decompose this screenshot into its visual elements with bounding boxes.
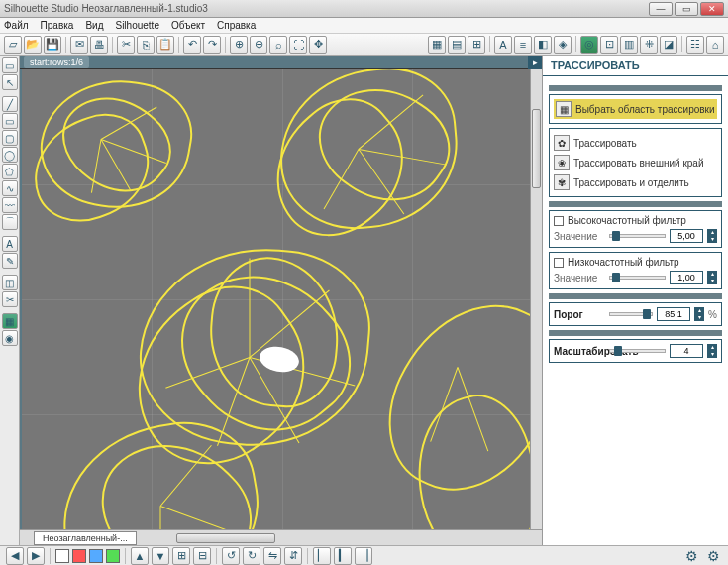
zoom-out-icon[interactable]: ⊖ xyxy=(250,36,267,54)
hp-value-input[interactable] xyxy=(670,229,703,243)
scale-spinner[interactable]: ▴▾ xyxy=(707,344,717,358)
store-icon[interactable]: ⌂ xyxy=(706,36,724,54)
lowpass-checkbox[interactable] xyxy=(554,258,564,268)
align-center-icon[interactable]: ▎ xyxy=(334,547,352,565)
paste-icon[interactable]: 📋 xyxy=(156,36,174,54)
maximize-button[interactable]: ▭ xyxy=(675,2,698,16)
menu-edit[interactable]: Правка xyxy=(41,20,74,31)
new-icon[interactable]: ▱ xyxy=(4,36,22,54)
design-canvas[interactable] xyxy=(22,69,542,529)
align-left-icon[interactable]: ▏ xyxy=(313,547,331,565)
arrow-left-icon[interactable]: ◀ xyxy=(6,547,24,565)
library-icon[interactable]: ☷ xyxy=(686,36,704,54)
bring-front-icon[interactable]: ▲ xyxy=(131,547,149,565)
save-icon[interactable]: 💾 xyxy=(44,36,61,54)
arc-tool-icon[interactable]: ⌒ xyxy=(2,214,18,230)
note-tool-icon[interactable]: ✎ xyxy=(2,253,18,269)
threshold-spinner[interactable]: ▴▾ xyxy=(694,307,704,321)
offset-icon[interactable]: ⊡ xyxy=(600,36,618,54)
preferences-icon[interactable]: ⚙ xyxy=(704,547,722,565)
redo-icon[interactable]: ↷ xyxy=(203,36,221,54)
color-green-swatch[interactable] xyxy=(106,549,120,563)
line-style-icon[interactable]: ≡ xyxy=(514,36,532,54)
pan-icon[interactable]: ✥ xyxy=(309,36,327,54)
line-tool-icon[interactable]: ╱ xyxy=(2,96,18,112)
send-icon[interactable]: ✉ xyxy=(70,36,88,54)
grid-icon[interactable]: ▤ xyxy=(448,36,466,54)
cut-icon[interactable]: ✂ xyxy=(117,36,135,54)
lp-value-input[interactable] xyxy=(670,271,703,284)
trace-button[interactable]: ✿ Трассировать xyxy=(554,133,717,153)
scale-input[interactable] xyxy=(670,344,703,358)
lp-slider[interactable] xyxy=(609,276,666,280)
eraser-tool-icon[interactable]: ◫ xyxy=(2,275,18,290)
scrollbar-thumb-v[interactable] xyxy=(532,109,541,188)
freehand-tool-icon[interactable]: 〰 xyxy=(2,197,18,213)
modify-icon[interactable]: ◪ xyxy=(660,36,677,54)
registration-icon[interactable]: ⊞ xyxy=(468,36,485,54)
rotate-right-icon[interactable]: ↻ xyxy=(243,547,260,565)
print-icon[interactable]: 🖶 xyxy=(90,36,108,54)
polygon-tool-icon[interactable]: ⬠ xyxy=(2,164,18,179)
left-toolbar: ▭ ↖ ╱ ▭ ▢ ◯ ⬠ ∿ 〰 ⌒ A ✎ ◫ ✂ ▦ ◉ xyxy=(0,56,20,545)
text-tool-icon[interactable]: A xyxy=(2,236,18,252)
page-setup-icon[interactable]: ▦ xyxy=(428,36,446,54)
zoom-select-icon[interactable]: ⌕ xyxy=(269,36,287,54)
hp-spinner[interactable]: ▴▾ xyxy=(707,229,717,243)
menu-help[interactable]: Справка xyxy=(217,20,256,31)
color-red-swatch[interactable] xyxy=(72,549,86,563)
undo-icon[interactable]: ↶ xyxy=(183,36,201,54)
open-icon[interactable]: 📂 xyxy=(24,36,42,54)
fill-icon[interactable]: ◧ xyxy=(534,36,552,54)
zoom-fit-icon[interactable]: ⛶ xyxy=(289,36,307,54)
document-tab[interactable]: Неозаглавленный-... xyxy=(34,531,137,545)
highpass-checkbox[interactable] xyxy=(554,216,564,226)
rectangle-tool-icon[interactable]: ▭ xyxy=(2,113,18,129)
threshold-input[interactable] xyxy=(657,307,690,321)
mirror-v-icon[interactable]: ⇵ xyxy=(284,547,302,565)
ellipse-tool-icon[interactable]: ◯ xyxy=(2,147,18,163)
arrow-right-icon[interactable]: ▶ xyxy=(27,547,45,565)
mirror-h-icon[interactable]: ⇋ xyxy=(263,547,281,565)
ruler-info: start:rows:1/6 xyxy=(24,56,89,68)
fill-swatch[interactable] xyxy=(55,549,69,563)
zoom-in-icon[interactable]: ⊕ xyxy=(230,36,248,54)
minimize-button[interactable]: — xyxy=(649,2,673,16)
window-titlebar: Silhouette Studio Неозаглавленный-1.stud… xyxy=(0,0,728,18)
trace-outer-button[interactable]: ❀ Трассировать внешний край xyxy=(554,153,717,172)
ungroup-icon[interactable]: ⊟ xyxy=(193,547,211,565)
store-tool-icon[interactable]: ◉ xyxy=(2,330,18,346)
menu-file[interactable]: Файл xyxy=(4,20,29,31)
knife-tool-icon[interactable]: ✂ xyxy=(2,291,18,307)
close-button[interactable]: ✕ xyxy=(700,2,724,16)
trace-detach-button[interactable]: ✾ Трассировать и отделить xyxy=(554,172,717,192)
menu-silhouette[interactable]: Silhouette xyxy=(115,20,158,31)
ruler-corner-icon[interactable]: ▸ xyxy=(528,56,542,69)
scale-slider[interactable] xyxy=(609,349,666,353)
scrollbar-vertical[interactable] xyxy=(530,69,542,529)
curve-tool-icon[interactable]: ∿ xyxy=(2,180,18,196)
lp-spinner[interactable]: ▴▾ xyxy=(707,271,717,284)
replicate-icon[interactable]: ⁜ xyxy=(640,36,658,54)
send-back-icon[interactable]: ▼ xyxy=(152,547,169,565)
rounded-rect-icon[interactable]: ▢ xyxy=(2,130,18,146)
trace-panel-icon[interactable]: ◎ xyxy=(580,36,598,54)
hp-slider[interactable] xyxy=(609,234,666,238)
menu-view[interactable]: Вид xyxy=(85,20,103,31)
select-tool-icon[interactable]: ▭ xyxy=(2,57,18,73)
copy-icon[interactable]: ⎘ xyxy=(137,36,155,54)
select-trace-area-button[interactable]: ▦ Выбрать область трассировки xyxy=(554,99,717,119)
text-style-icon[interactable]: A xyxy=(494,36,512,54)
library-tool-icon[interactable]: ▦ xyxy=(2,313,18,329)
cut-style-icon[interactable]: ◈ xyxy=(554,36,572,54)
menu-object[interactable]: Объект xyxy=(171,20,205,31)
group-icon[interactable]: ⊞ xyxy=(172,547,190,565)
color-blue-swatch[interactable] xyxy=(89,549,103,563)
edit-points-icon[interactable]: ↖ xyxy=(2,74,18,90)
rotate-left-icon[interactable]: ↺ xyxy=(222,547,240,565)
align-right-icon[interactable]: ▕ xyxy=(355,547,372,565)
threshold-slider[interactable] xyxy=(609,312,653,316)
scrollbar-thumb-h[interactable] xyxy=(176,533,275,543)
settings-icon[interactable]: ⚙ xyxy=(682,547,700,565)
align-icon[interactable]: ▥ xyxy=(620,36,638,54)
